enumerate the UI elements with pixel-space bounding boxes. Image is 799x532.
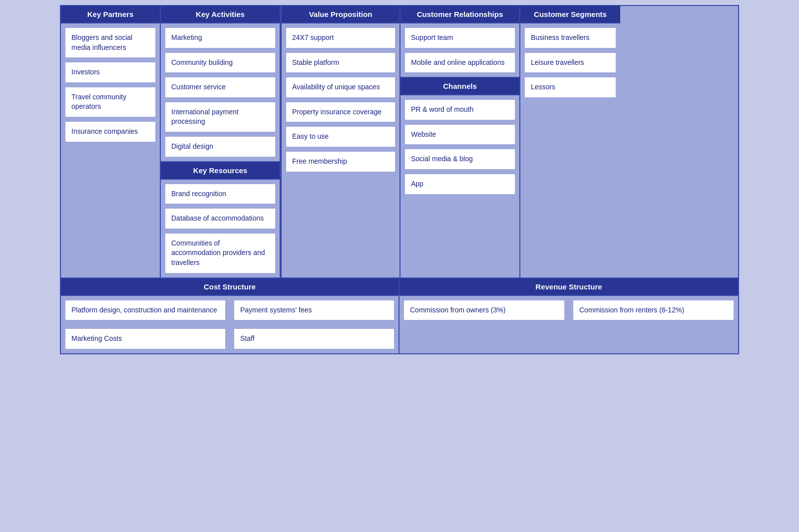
key-act-res-column: Key Activities Marketing Community build… <box>161 6 281 277</box>
list-item: Mobile and online applications <box>404 52 515 73</box>
list-item: Commission from renters (6-12%) <box>573 300 734 321</box>
channels-header: Channels <box>400 78 519 95</box>
list-item: Payment systems' fees <box>234 300 395 321</box>
list-item: Brand recognition <box>165 184 276 205</box>
list-item: Easy to use <box>286 126 396 147</box>
list-item: Support team <box>404 27 515 48</box>
bottom-row: Cost Structure Platform design, construc… <box>61 277 738 353</box>
revenue-structure-section: Revenue Structure Commission from owners… <box>400 278 738 353</box>
cost-structure-section: Cost Structure Platform design, construc… <box>61 278 400 353</box>
value-proposition-section: Value Proposition 24X7 support Stable pl… <box>281 6 400 277</box>
value-proposition-header: Value Proposition <box>282 6 400 23</box>
revenue-structure-list: Commission from owners (3%) Commission f… <box>400 296 738 325</box>
list-item: Leisure travellers <box>524 52 616 73</box>
list-item: Insurance companies <box>65 121 156 142</box>
list-item: Community building <box>165 52 276 73</box>
cust-rel-chan-column: Customer Relationships Support team Mobi… <box>400 6 520 277</box>
customer-relationships-header: Customer Relationships <box>400 6 519 23</box>
customer-segments-section: Customer Segments Business travellers Le… <box>520 6 620 277</box>
list-item: Customer service <box>165 77 276 98</box>
cost-structure-header: Cost Structure <box>61 278 399 296</box>
revenue-structure-header: Revenue Structure <box>400 278 738 296</box>
list-item: Staff <box>234 328 395 349</box>
channels-list: PR & word of mouth Website Social media … <box>400 99 519 194</box>
list-item: Commission from owners (3%) <box>403 300 565 321</box>
value-proposition-list: 24X7 support Stable platform Availabilit… <box>282 27 400 172</box>
list-item: Platform design, construction and mainte… <box>65 300 226 321</box>
list-item: Business travellers <box>524 27 616 48</box>
key-activities-header: Key Activities <box>161 6 280 23</box>
list-item: Website <box>404 124 515 145</box>
list-item: Travel community operators <box>65 87 156 117</box>
key-resources-header: Key Resources <box>161 162 280 180</box>
list-item: Free membership <box>286 151 396 172</box>
list-item: Marketing Costs <box>65 328 226 349</box>
list-item: App <box>404 174 515 195</box>
key-partners-header: Key Partners <box>61 6 160 23</box>
list-item: Social media & blog <box>404 149 515 170</box>
list-item: Database of accommodations <box>165 208 276 229</box>
list-item: PR & word of mouth <box>404 99 515 120</box>
cost-structure-list: Platform design, construction and mainte… <box>61 296 399 353</box>
list-item: Communities of accommodation providers a… <box>165 233 276 273</box>
customer-segments-header: Customer Segments <box>520 6 620 23</box>
list-item: Investors <box>65 62 156 83</box>
key-partners-section: Key Partners Bloggers and social media i… <box>61 6 161 277</box>
list-item: Digital design <box>165 136 276 157</box>
list-item: 24X7 support <box>286 27 396 48</box>
customer-segments-list: Business travellers Leisure travellers L… <box>520 27 620 98</box>
key-resources-list: Brand recognition Database of accommodat… <box>161 184 280 273</box>
customer-relationships-list: Support team Mobile and online applicati… <box>400 27 519 73</box>
key-activities-list: Marketing Community building Customer se… <box>161 27 280 157</box>
customer-relationships-section: Customer Relationships Support team Mobi… <box>400 6 519 78</box>
list-item: Lessors <box>524 77 616 98</box>
list-item: Stable platform <box>286 52 396 73</box>
key-activities-section: Key Activities Marketing Community build… <box>161 6 280 162</box>
list-item: Property insurance coverage <box>286 102 396 123</box>
list-item: Bloggers and social media influencers <box>65 27 156 58</box>
key-partners-list: Bloggers and social media influencers In… <box>61 27 160 142</box>
business-model-canvas: Key Partners Bloggers and social media i… <box>60 5 739 354</box>
list-item: Availability of unique spaces <box>286 77 396 98</box>
list-item: Marketing <box>165 27 276 48</box>
key-resources-section: Key Resources Brand recognition Database… <box>161 162 280 277</box>
channels-section: Channels PR & word of mouth Website Soci… <box>400 78 519 277</box>
list-item: International payment processing <box>165 102 276 132</box>
